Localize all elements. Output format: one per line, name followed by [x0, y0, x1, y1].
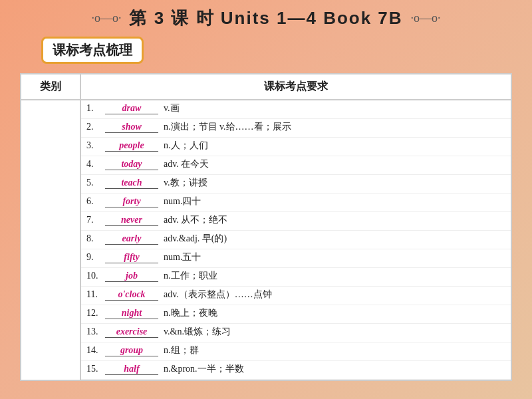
row-definition: n.&pron.一半；半数: [164, 363, 244, 375]
table-header-row: 类别 课标考点要求: [21, 74, 511, 100]
row-word: teach: [105, 178, 158, 189]
table-row: 6.fortynum.四十: [81, 194, 511, 212]
table-row: 13.exercisev.&n.锻炼；练习: [81, 324, 511, 342]
subtitle-text: 课标考点梳理: [53, 43, 132, 57]
row-number: 1.: [86, 103, 105, 114]
main-table: 类别 课标考点要求 1.drawv.画2.shown.演出；节目 v.给……看；…: [20, 73, 512, 381]
left-column: [21, 100, 81, 380]
row-definition: adv. 从不；绝不: [164, 214, 227, 226]
row-word: exercise: [105, 327, 158, 338]
row-word: show: [105, 122, 158, 133]
table-row: 10.jobn.工作；职业: [81, 268, 511, 287]
row-number: 8.: [86, 233, 105, 244]
col1-header: 类别: [21, 74, 81, 99]
row-number: 10.: [86, 271, 105, 281]
row-word: forty: [105, 196, 158, 207]
subtitle-box: 课标考点梳理: [41, 37, 144, 64]
row-definition: num.四十: [164, 196, 201, 207]
table-row: 5.teachv.教；讲授: [81, 175, 511, 194]
table-row: 8.earlyadv.&adj. 早(的): [81, 231, 511, 249]
row-word: draw: [105, 103, 158, 114]
row-number: 5.: [86, 178, 105, 188]
row-word: half: [105, 364, 158, 375]
row-definition: n.人；人们: [164, 140, 208, 152]
row-word: early: [105, 233, 158, 245]
row-word: never: [105, 215, 158, 226]
table-row: 2.shown.演出；节目 v.给……看；展示: [81, 119, 511, 138]
row-word: group: [105, 345, 158, 356]
row-word: job: [105, 271, 158, 282]
row-definition: adv. 在今天: [164, 158, 209, 170]
row-word: today: [105, 159, 158, 170]
row-definition: n.组；群: [164, 344, 199, 356]
row-number: 2.: [86, 122, 105, 132]
row-word: people: [105, 140, 158, 152]
row-number: 4.: [86, 159, 105, 170]
table-body: 1.drawv.画2.shown.演出；节目 v.给……看；展示3.people…: [21, 100, 511, 380]
row-number: 6.: [86, 196, 105, 207]
row-word: night: [105, 308, 158, 319]
row-definition: adv.（表示整点）……点钟: [164, 289, 272, 301]
row-word: fifty: [105, 252, 158, 263]
table-row: 9.fiftynum.五十: [81, 249, 511, 268]
table-row: 11.o'clockadv.（表示整点）……点钟: [81, 287, 511, 305]
row-word: o'clock: [105, 289, 158, 301]
row-definition: v.画: [164, 102, 180, 114]
row-number: 7.: [86, 215, 105, 225]
table-row: 7.neveradv. 从不；绝不: [81, 212, 511, 231]
row-definition: num.五十: [164, 251, 201, 263]
row-definition: adv.&adj. 早(的): [164, 233, 227, 245]
header-title: 第 3 课 时 Units 1—4 Book 7B: [129, 7, 402, 30]
header: ·o—o· 第 3 课 时 Units 1—4 Book 7B ·o—o·: [0, 0, 532, 37]
decoration-left: ·o—o·: [91, 11, 121, 25]
table-row: 3.peoplen.人；人们: [81, 138, 511, 156]
row-definition: v.&n.锻炼；练习: [164, 326, 231, 338]
row-number: 15.: [86, 364, 105, 374]
table-row: 15.halfn.&pron.一半；半数: [81, 361, 511, 380]
table-row: 4.todayadv. 在今天: [81, 156, 511, 175]
col2-header: 课标考点要求: [81, 74, 511, 99]
row-number: 14.: [86, 345, 105, 356]
row-number: 13.: [86, 327, 105, 337]
table-row: 14.groupn.组；群: [81, 342, 511, 361]
table-row: 1.drawv.画: [81, 100, 511, 119]
row-number: 12.: [86, 308, 105, 319]
decoration-right: ·o—o·: [411, 11, 441, 25]
row-definition: n.演出；节目 v.给……看；展示: [164, 121, 291, 133]
row-number: 9.: [86, 252, 105, 263]
row-number: 3.: [86, 140, 105, 151]
row-number: 11.: [86, 289, 105, 300]
right-column: 1.drawv.画2.shown.演出；节目 v.给……看；展示3.people…: [81, 100, 511, 380]
row-definition: n.晚上；夜晚: [164, 307, 217, 319]
table-row: 12.nightn.晚上；夜晚: [81, 305, 511, 324]
row-definition: n.工作；职业: [164, 270, 217, 282]
row-definition: v.教；讲授: [164, 177, 207, 189]
